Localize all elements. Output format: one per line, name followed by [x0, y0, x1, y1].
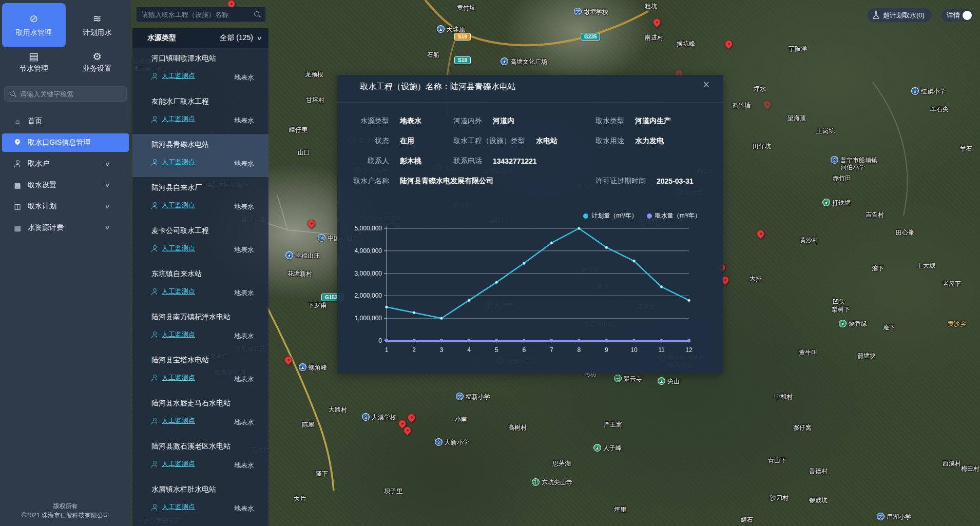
- manual-monitor-link[interactable]: 人工监测点: [162, 287, 195, 296]
- map-label-text: 普宁市船埔镇 河伯小学: [840, 157, 877, 171]
- station-list-item[interactable]: 东坑镇自来水站人工监测点地表水: [132, 263, 268, 306]
- blue-poi-icon[interactable]: ●: [285, 251, 293, 259]
- map-marker-red-pin[interactable]: [762, 99, 773, 110]
- manual-monitor-link[interactable]: 人工监测点: [162, 114, 195, 124]
- blue-poi-icon[interactable]: ●: [501, 57, 508, 65]
- manual-monitor-link[interactable]: 人工监测点: [162, 373, 195, 382]
- green-poi-icon[interactable]: 卍: [532, 478, 540, 486]
- station-filter-header[interactable]: 水源类型 全部 (125) ∨: [132, 28, 268, 48]
- station-list-item[interactable]: 陆河县水唇走马石水电站人工监测点地表水: [132, 393, 268, 436]
- station-search[interactable]: [136, 7, 266, 22]
- map-marker-red-pin[interactable]: [306, 218, 317, 229]
- sidebar-item-5[interactable]: ◫取水计划∨: [2, 197, 129, 216]
- detail-toggle-knob[interactable]: [963, 11, 972, 20]
- station-list-item[interactable]: 陆河县南万镇杞洋水电站人工监测点地表水: [132, 306, 268, 349]
- map-label-text: 田心輋: [896, 229, 914, 236]
- blue-poi-icon[interactable]: ▲: [299, 363, 306, 371]
- blue-poi-icon[interactable]: 文: [911, 87, 919, 95]
- map-label-text: 寨仔窝: [793, 424, 812, 431]
- filter-value[interactable]: 全部 (125): [220, 33, 253, 43]
- manual-monitor-link[interactable]: 人工监测点: [162, 71, 195, 81]
- blue-poi-icon[interactable]: ▲: [437, 25, 445, 33]
- station-list-item[interactable]: 陆河县青磜水电站人工监测点地表水: [132, 134, 268, 177]
- station-list-item[interactable]: 河口镇唱歌潭水电站人工监测点地表水: [132, 48, 268, 91]
- chevron-down-icon[interactable]: ∨: [104, 182, 110, 188]
- manual-monitor-link[interactable]: 人工监测点: [162, 502, 195, 512]
- map-label: 吉告村: [866, 211, 884, 218]
- copyright: 版权所有 ©2021 珠海市仁智科技有限公司: [0, 501, 131, 520]
- blue-poi-icon[interactable]: 油: [318, 234, 325, 242]
- person-icon: [151, 288, 158, 295]
- legend-item[interactable]: 取水量（m³/年）: [647, 211, 701, 220]
- map-marker-red-pin[interactable]: [406, 412, 417, 423]
- chevron-down-icon[interactable]: ∨: [104, 161, 110, 167]
- station-list-item[interactable]: 麦卡公司取水工程人工监测点地表水: [132, 220, 268, 263]
- station-list-item[interactable]: 陆河县宝塔水电站人工监测点地表水: [132, 349, 268, 393]
- sidebar-item-6[interactable]: ▦水资源计费∨: [2, 219, 129, 237]
- module-tile-3[interactable]: ▤节水管理: [2, 47, 66, 77]
- blue-poi-icon[interactable]: 文: [362, 413, 370, 421]
- detail-label: 许可证过期时间: [595, 177, 646, 186]
- over-plan-intake-pill[interactable]: 超计划取水(0): [868, 8, 932, 22]
- chevron-down-icon[interactable]: ∨: [104, 224, 110, 231]
- map-label-text: 坝子里: [384, 488, 402, 495]
- sidebar-search-input[interactable]: [20, 90, 121, 98]
- station-list-item[interactable]: 陆河县自来水厂人工监测点地表水: [132, 177, 268, 220]
- sidebar-item-1[interactable]: ⌂首页: [2, 112, 129, 130]
- map-label: 黄沙乡: [948, 320, 966, 327]
- map-label: ▲人子峰: [593, 444, 622, 452]
- station-list-item[interactable]: 友能水厂取水工程人工监测点地表水: [132, 91, 268, 134]
- blue-poi-icon[interactable]: 文: [456, 393, 464, 400]
- detail-toggle-pill[interactable]: 详情: [941, 9, 973, 22]
- sidebar-item-3[interactable]: 取水户∨: [2, 154, 129, 173]
- map-label: 沙刀村: [770, 494, 789, 501]
- blue-poi-icon[interactable]: 文: [435, 438, 443, 446]
- module-tile-label: 取用水管理: [16, 28, 52, 37]
- sidebar-item-2[interactable]: 取水口GIS信息管理: [2, 133, 129, 152]
- manual-monitor-link[interactable]: 人工监测点: [162, 244, 195, 253]
- green-poi-icon[interactable]: 卍: [614, 375, 622, 382]
- module-tile-1[interactable]: ⊘取用水管理: [2, 3, 66, 47]
- map-marker-red-pin[interactable]: [651, 17, 662, 28]
- blue-poi-icon[interactable]: 文: [877, 513, 885, 520]
- chevron-down-icon[interactable]: ∨: [104, 203, 110, 210]
- map-marker-red-pin[interactable]: [723, 38, 734, 49]
- map-label-text: 大溪学校: [372, 414, 396, 421]
- map-label: 耀石: [741, 516, 753, 523]
- manual-monitor-link[interactable]: 人工监测点: [162, 201, 195, 210]
- map-marker-red-pin[interactable]: [283, 355, 294, 365]
- legend-item[interactable]: 计划量（m³/年）: [583, 211, 637, 220]
- manual-monitor-link[interactable]: 人工监测点: [162, 459, 195, 469]
- chevron-down-icon[interactable]: ∨: [256, 35, 262, 42]
- svg-text:12: 12: [685, 346, 693, 354]
- station-search-input[interactable]: [142, 11, 254, 18]
- module-tile-4[interactable]: ⚙业务设置: [66, 47, 129, 77]
- manual-monitor-link[interactable]: 人工监测点: [162, 158, 195, 167]
- map-marker-red-pin[interactable]: [755, 228, 766, 239]
- blue-poi-icon[interactable]: 文: [574, 8, 582, 15]
- person-icon: [151, 332, 158, 338]
- detail-label: 取水类型: [595, 116, 624, 126]
- module-tile-2[interactable]: ≋计划用水: [66, 3, 129, 47]
- detail-cell: 水源类型地表水: [337, 116, 453, 126]
- station-list-item[interactable]: 陆河县激石溪老区水电站人工监测点地表水: [132, 436, 268, 479]
- manual-monitor-link[interactable]: 人工监测点: [162, 330, 195, 339]
- green-poi-icon[interactable]: ▲: [593, 444, 601, 452]
- sidebar-item-4[interactable]: ▤取水设置∨: [2, 176, 129, 194]
- map-label-text: 花塘新村: [287, 270, 312, 277]
- station-list-item[interactable]: 水唇镇水栏肚水电站人工监测点地表水: [132, 479, 268, 522]
- green-poi-icon[interactable]: ●: [822, 199, 830, 206]
- green-poi-icon[interactable]: ●: [839, 320, 847, 327]
- blue-poi-icon[interactable]: 文: [831, 156, 838, 164]
- map-label: 卍聚云寺: [614, 375, 642, 382]
- map-label-text: 大排: [750, 275, 762, 282]
- manual-monitor-link[interactable]: 人工监测点: [162, 416, 195, 425]
- map-label: 挨坑峰: [677, 40, 695, 47]
- map-label: 甘坪村: [306, 96, 324, 104]
- pin-icon: [13, 139, 22, 147]
- map-label: 羊石: [960, 145, 972, 152]
- green-poi-icon[interactable]: ▲: [658, 377, 665, 385]
- home-icon: ⌂: [13, 117, 22, 125]
- sidebar-search[interactable]: [4, 86, 127, 102]
- close-icon[interactable]: ×: [703, 79, 709, 90]
